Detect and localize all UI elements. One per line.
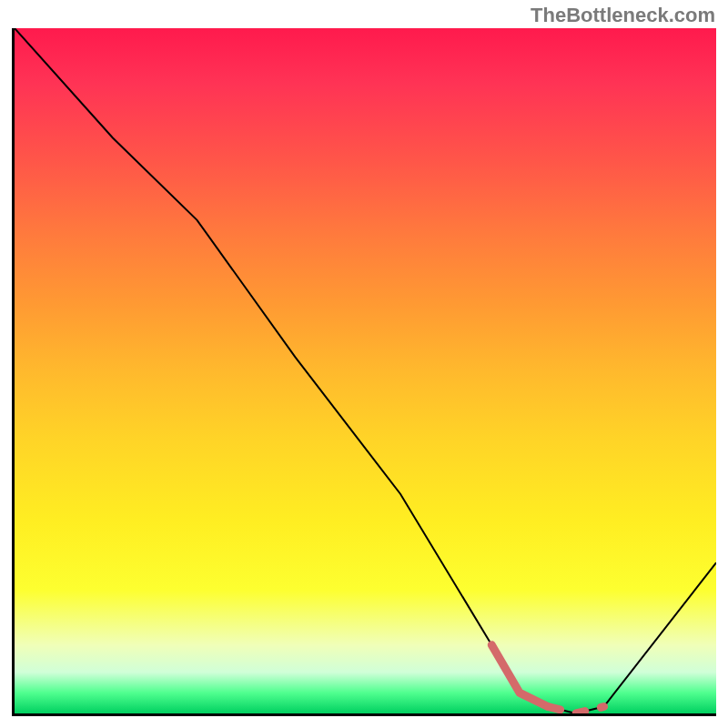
watermark-text: TheBottleneck.com <box>531 4 715 27</box>
highlight-line <box>491 645 603 713</box>
curve-line <box>15 28 716 713</box>
chart-svg <box>15 28 716 713</box>
plot-area <box>12 28 716 716</box>
chart-container: TheBottleneck.com <box>0 0 728 728</box>
